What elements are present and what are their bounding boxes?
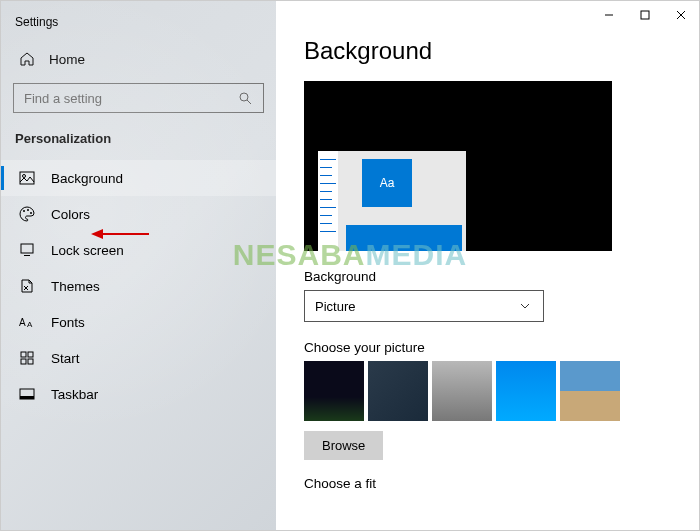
- svg-rect-12: [24, 255, 30, 256]
- page-title: Background: [304, 37, 671, 65]
- picture-icon: [19, 170, 35, 186]
- background-dropdown[interactable]: Picture: [304, 290, 544, 322]
- svg-rect-20: [20, 396, 34, 399]
- home-icon: [19, 51, 35, 67]
- nav-label: Fonts: [51, 315, 85, 330]
- background-label: Background: [304, 269, 671, 284]
- picture-thumb[interactable]: [368, 361, 428, 421]
- category-header: Personalization: [1, 127, 276, 160]
- picture-thumb[interactable]: [432, 361, 492, 421]
- preview-window: Aa: [318, 151, 466, 251]
- taskbar-icon: [19, 386, 35, 402]
- nav-item-background[interactable]: Background: [1, 160, 276, 196]
- palette-icon: [19, 206, 35, 222]
- search-input[interactable]: Find a setting: [13, 83, 264, 113]
- picture-thumb[interactable]: [560, 361, 620, 421]
- svg-text:A: A: [27, 320, 33, 329]
- picture-thumbnails: [304, 361, 671, 421]
- browse-button[interactable]: Browse: [304, 431, 383, 460]
- lockscreen-icon: [19, 242, 35, 258]
- svg-marker-22: [91, 229, 103, 239]
- sidebar: Settings Home Find a setting Personaliza…: [1, 1, 276, 530]
- nav-label: Themes: [51, 279, 100, 294]
- svg-rect-1: [641, 11, 649, 19]
- svg-rect-16: [28, 352, 33, 357]
- picture-thumb[interactable]: [304, 361, 364, 421]
- picture-thumb[interactable]: [496, 361, 556, 421]
- themes-icon: [19, 278, 35, 294]
- background-preview: Aa: [304, 81, 612, 251]
- preview-sample-text: Aa: [362, 159, 412, 207]
- home-label: Home: [49, 52, 85, 67]
- svg-point-10: [30, 212, 32, 214]
- svg-rect-6: [20, 172, 34, 184]
- search-icon: [237, 90, 253, 106]
- fonts-icon: AA: [19, 314, 35, 330]
- svg-rect-11: [21, 244, 33, 253]
- maximize-button[interactable]: [627, 1, 663, 29]
- chevron-down-icon: [517, 298, 533, 314]
- nav-label: Taskbar: [51, 387, 98, 402]
- dropdown-value: Picture: [315, 299, 355, 314]
- svg-rect-15: [21, 352, 26, 357]
- svg-point-9: [27, 209, 29, 211]
- close-button[interactable]: [663, 1, 699, 29]
- main-content: Background Aa Background Picture Choose …: [276, 1, 699, 530]
- nav-item-taskbar[interactable]: Taskbar: [1, 376, 276, 412]
- titlebar: [591, 1, 699, 29]
- nav-label: Start: [51, 351, 80, 366]
- preview-ruler: [318, 151, 338, 251]
- svg-point-7: [23, 175, 26, 178]
- svg-rect-17: [21, 359, 26, 364]
- svg-line-5: [247, 100, 251, 104]
- start-icon: [19, 350, 35, 366]
- nav-item-start[interactable]: Start: [1, 340, 276, 376]
- settings-window: Settings Home Find a setting Personaliza…: [0, 0, 700, 531]
- nav-label: Background: [51, 171, 123, 186]
- choose-picture-label: Choose your picture: [304, 340, 671, 355]
- svg-point-4: [240, 93, 248, 101]
- choose-fit-label: Choose a fit: [304, 476, 671, 491]
- app-title: Settings: [1, 11, 276, 43]
- search-placeholder: Find a setting: [24, 91, 102, 106]
- preview-taskbar: [346, 225, 462, 251]
- nav-item-fonts[interactable]: AA Fonts: [1, 304, 276, 340]
- svg-point-8: [23, 210, 25, 212]
- svg-rect-18: [28, 359, 33, 364]
- svg-text:A: A: [19, 317, 26, 328]
- arrow-annotation: [91, 226, 151, 246]
- nav-item-themes[interactable]: Themes: [1, 268, 276, 304]
- minimize-button[interactable]: [591, 1, 627, 29]
- nav-label: Colors: [51, 207, 90, 222]
- home-button[interactable]: Home: [1, 43, 276, 75]
